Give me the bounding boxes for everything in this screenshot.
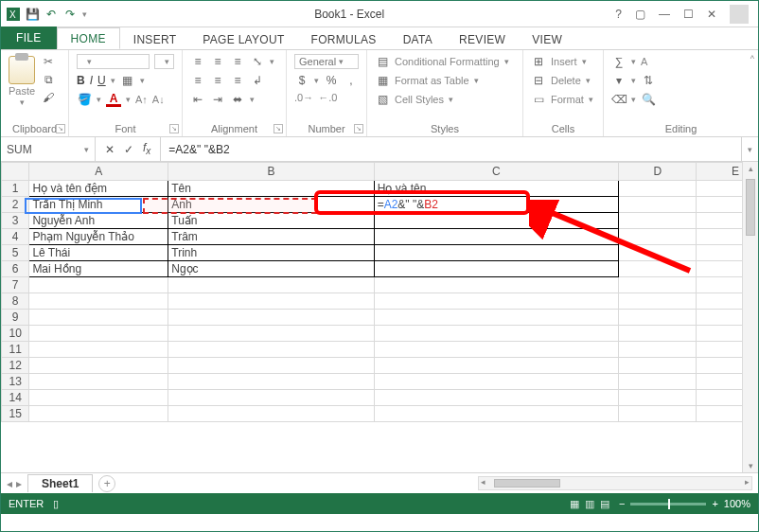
spreadsheet-grid[interactable]: A B C D E F 1 Họ và tên đệm Tên Họ và tê… — [1, 162, 758, 472]
row-header[interactable]: 12 — [2, 358, 29, 374]
clipboard-launcher-icon[interactable]: ↘ — [56, 124, 65, 133]
tab-review[interactable]: REVIEW — [446, 29, 519, 49]
number-launcher-icon[interactable]: ↘ — [354, 124, 363, 133]
cell[interactable] — [619, 374, 697, 390]
sheet-tab[interactable]: Sheet1 — [27, 474, 93, 492]
account-icon[interactable] — [730, 5, 749, 24]
cell[interactable] — [29, 358, 168, 374]
row-header[interactable]: 13 — [2, 374, 29, 390]
copy-icon[interactable]: ⧉ — [41, 72, 56, 87]
cut-icon[interactable]: ✂ — [41, 54, 56, 69]
cell-a2[interactable]: Trần Thị Minh — [29, 197, 168, 213]
cell[interactable]: Trâm — [168, 229, 374, 245]
cell[interactable]: Họ và tên đệm — [29, 181, 168, 197]
zoom-in-icon[interactable]: + — [712, 498, 717, 509]
sort-filter-icon[interactable]: ⇅ — [641, 73, 656, 88]
row-header[interactable]: 7 — [2, 277, 29, 293]
increase-indent-icon[interactable]: ⇥ — [210, 92, 225, 107]
cell[interactable] — [168, 406, 374, 422]
cell[interactable] — [29, 310, 168, 326]
new-sheet-button[interactable]: + — [98, 475, 115, 492]
format-painter-icon[interactable]: 🖌 — [41, 90, 56, 105]
cell-b2[interactable]: Anh — [168, 197, 374, 213]
wrap-text-icon[interactable]: ↲ — [250, 73, 265, 88]
minimize-icon[interactable]: — — [659, 8, 670, 21]
border-icon[interactable]: ▦ — [120, 73, 135, 88]
delete-cells-button[interactable]: ⊟Delete ▾ — [531, 73, 593, 88]
formula-input[interactable]: =A2&" "&B2 — [161, 137, 741, 161]
collapse-ribbon-icon[interactable]: ^ — [750, 54, 754, 63]
enter-formula-icon[interactable]: ✓ — [124, 143, 133, 156]
tab-insert[interactable]: INSERT — [120, 29, 190, 49]
normal-view-icon[interactable]: ▦ — [570, 498, 579, 510]
vertical-scrollbar[interactable]: ▴ ▾ — [742, 162, 758, 472]
paste-button[interactable]: Paste ▾ — [9, 54, 35, 107]
cell[interactable] — [29, 406, 168, 422]
align-right-icon[interactable]: ≡ — [230, 73, 245, 88]
cell[interactable] — [168, 293, 374, 310]
maximize-icon[interactable]: ☐ — [683, 8, 694, 21]
decrease-indent-icon[interactable]: ⇤ — [190, 92, 205, 107]
bold-button[interactable]: B — [77, 74, 85, 87]
cell[interactable] — [168, 310, 374, 326]
column-header-d[interactable]: D — [619, 163, 697, 181]
decrease-decimal-icon[interactable]: ←.0 — [318, 92, 337, 103]
increase-decimal-icon[interactable]: .0→ — [294, 92, 313, 103]
orientation-icon[interactable]: ⤡ — [250, 54, 265, 69]
cell[interactable]: Phạm Nguyễn Thảo — [29, 229, 168, 245]
cell[interactable] — [374, 358, 619, 374]
row-header[interactable]: 2 — [2, 197, 29, 213]
cell[interactable] — [374, 310, 619, 326]
macro-record-icon[interactable]: ▯ — [53, 498, 59, 510]
expand-formula-bar-icon[interactable]: ▾ — [741, 137, 758, 161]
row-header[interactable]: 9 — [2, 310, 29, 326]
row-header[interactable]: 11 — [2, 342, 29, 358]
qat-customize-icon[interactable]: ▾ — [82, 9, 87, 19]
cell[interactable] — [374, 406, 619, 422]
cell[interactable] — [29, 293, 168, 310]
insert-cells-button[interactable]: ⊞Insert ▾ — [531, 54, 593, 69]
autosum-button[interactable]: ∑▾ A — [611, 54, 656, 69]
undo-icon[interactable]: ↶ — [44, 8, 58, 21]
cell[interactable] — [619, 390, 697, 406]
align-left-icon[interactable]: ≡ — [190, 73, 205, 88]
format-as-table-button[interactable]: ▦Format as Table ▾ — [375, 73, 509, 88]
format-cells-button[interactable]: ▭Format ▾ — [531, 92, 593, 107]
cell[interactable] — [374, 342, 619, 358]
tab-file[interactable]: FILE — [1, 27, 57, 49]
row-header[interactable]: 4 — [2, 229, 29, 245]
cell[interactable] — [29, 390, 168, 406]
zoom-out-icon[interactable]: − — [619, 498, 625, 509]
underline-button[interactable]: U — [97, 74, 106, 87]
paste-dropdown-icon[interactable]: ▾ — [20, 98, 25, 107]
font-color-icon[interactable]: A — [106, 92, 121, 107]
align-center-icon[interactable]: ≡ — [210, 73, 225, 88]
name-box[interactable]: SUM▾ — [1, 137, 96, 161]
ribbon-display-icon[interactable]: ▢ — [635, 8, 645, 21]
row-header[interactable]: 15 — [2, 406, 29, 422]
horizontal-scrollbar[interactable]: ◂ ▸ — [478, 476, 752, 490]
column-header-b[interactable]: B — [168, 163, 374, 181]
clear-button[interactable]: ⌫▾ 🔍 — [611, 92, 656, 107]
font-launcher-icon[interactable]: ↘ — [169, 124, 179, 133]
accounting-icon[interactable]: $ — [294, 73, 309, 88]
row-header[interactable]: 8 — [2, 293, 29, 310]
cancel-formula-icon[interactable]: ✕ — [105, 143, 115, 156]
comma-icon[interactable]: , — [344, 73, 359, 88]
cell[interactable] — [168, 374, 374, 390]
cell[interactable] — [168, 342, 374, 358]
row-header[interactable]: 14 — [2, 390, 29, 406]
cell[interactable] — [619, 358, 697, 374]
cell-styles-button[interactable]: ▧Cell Styles ▾ — [375, 92, 509, 107]
cell[interactable]: Tuấn — [168, 213, 374, 229]
cell[interactable] — [29, 342, 168, 358]
increase-font-icon[interactable]: A↑ — [135, 94, 148, 105]
cell[interactable]: Nguyễn Anh — [29, 213, 168, 229]
cell[interactable] — [29, 277, 168, 293]
column-header-a[interactable]: A — [29, 163, 168, 181]
row-header[interactable]: 3 — [2, 213, 29, 229]
cell[interactable] — [29, 326, 168, 342]
align-middle-icon[interactable]: ≡ — [210, 54, 225, 69]
select-all-button[interactable] — [2, 163, 29, 181]
row-header[interactable]: 6 — [2, 261, 29, 277]
